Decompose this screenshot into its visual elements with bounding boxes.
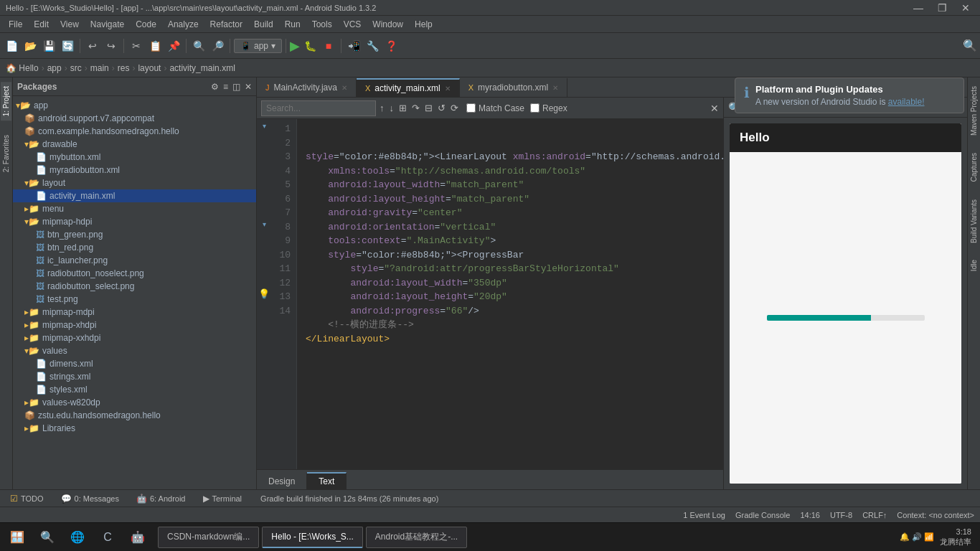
breadcrumb-item-res[interactable]: res <box>118 63 130 73</box>
terminal-button[interactable]: ▶ Terminal <box>199 492 247 505</box>
tree-item-zstu-edu-handsomedragon-hello[interactable]: 📦zstu.edu.handsomedragon.hello <box>13 409 256 422</box>
find-close-icon[interactable]: ✕ <box>710 103 719 114</box>
right-tab-maven[interactable]: Maven Projects <box>969 82 979 140</box>
find-wrap-button[interactable]: ↷ <box>410 101 421 115</box>
taskbar-csdn-icon[interactable]: C <box>93 523 122 552</box>
menu-item-vcs[interactable]: VCS <box>338 18 367 31</box>
tree-item-Libraries[interactable]: ▸📁Libraries <box>13 422 256 435</box>
code-content[interactable]: style="color:#e8b84b;"><LinearLayout xml… <box>297 119 723 469</box>
taskbar-search-icon[interactable]: 🔍 <box>33 523 62 552</box>
tree-item-menu[interactable]: ▸📁menu <box>13 202 256 215</box>
taskbar-edge-icon[interactable]: 🌐 <box>63 523 92 552</box>
taskbar-app-hello[interactable]: Hello - [E:\Works_S... <box>262 527 362 548</box>
side-tab-favorites[interactable]: 2: Favorites <box>1 131 11 176</box>
avd-button[interactable]: 📲 <box>345 37 362 55</box>
tree-item-drawable[interactable]: ▾📂drawable <box>13 138 256 151</box>
tab-activity-main[interactable]: X activity_main.xml ✕ <box>357 78 460 97</box>
breadcrumb-item-main[interactable]: main <box>90 63 109 73</box>
android-button[interactable]: 🤖 6: Android <box>132 492 190 505</box>
taskbar-app-csdn[interactable]: CSDN-markdown编... <box>158 527 259 548</box>
match-case-checkbox[interactable] <box>466 103 476 113</box>
side-tab-project[interactable]: 1: Project <box>1 82 11 121</box>
text-tab[interactable]: Text <box>307 472 347 489</box>
new-button[interactable]: 📄 <box>3 37 20 55</box>
find-contract-button[interactable]: ⊟ <box>423 101 434 115</box>
tab-activity-main-close[interactable]: ✕ <box>445 85 451 93</box>
tree-item-styles-xml[interactable]: 📄styles.xml <box>13 383 256 396</box>
tree-item-values[interactable]: ▾📂values <box>13 344 256 357</box>
messages-button[interactable]: 💬 0: Messages <box>57 492 123 505</box>
debug-button[interactable]: 🐛 <box>301 37 319 55</box>
tree-item-dimens-xml[interactable]: 📄dimens.xml <box>13 357 256 370</box>
menu-item-code[interactable]: Code <box>130 18 162 31</box>
menu-item-build[interactable]: Build <box>248 18 279 31</box>
tab-mainactivity-close[interactable]: ✕ <box>341 84 347 92</box>
tree-item-test-png[interactable]: 🖼test.png <box>13 293 256 306</box>
tree-item-activity-main-xml[interactable]: 📄activity_main.xml <box>13 189 256 202</box>
panel-expand-icon[interactable]: ◫ <box>232 82 240 92</box>
minimize-button[interactable]: — <box>909 2 928 14</box>
menu-item-view[interactable]: View <box>55 18 85 31</box>
panel-sync-icon[interactable]: ⚙ <box>211 82 219 92</box>
help-button[interactable]: ❓ <box>382 37 400 55</box>
open-button[interactable]: 📂 <box>22 37 39 55</box>
status-encoding[interactable]: UTF-8 <box>830 511 852 519</box>
breadcrumb-item-file[interactable]: activity_main.xml <box>169 63 235 73</box>
tree-item-strings-xml[interactable]: 📄strings.xml <box>13 370 256 383</box>
tree-item-mipmap-xhdpi[interactable]: ▸📁mipmap-xhdpi <box>13 319 256 331</box>
status-line-sep[interactable]: CRLF↑ <box>862 511 887 519</box>
panel-gear-icon[interactable]: ≡ <box>223 82 228 92</box>
menu-item-navigate[interactable]: Navigate <box>85 18 130 31</box>
find-next-button[interactable]: ↓ <box>388 101 396 115</box>
taskbar-start-icon[interactable]: 🪟 <box>3 523 32 552</box>
app-selector[interactable]: 📱 app ▾ <box>234 39 282 53</box>
tree-item-layout[interactable]: ▾📂layout <box>13 176 256 189</box>
tree-item-myradiobutton-xml[interactable]: 📄myradiobutton.xml <box>13 164 256 176</box>
find-expand-button[interactable]: ⊞ <box>397 101 408 115</box>
right-tab-idle[interactable]: Idle <box>969 255 979 276</box>
taskbar-android-icon[interactable]: 🤖 <box>123 523 152 552</box>
design-tab[interactable]: Design <box>257 474 307 489</box>
tree-item-radiobutton-select-png[interactable]: 🖼radiobutton_select.png <box>13 280 256 293</box>
taskbar-app-android[interactable]: Android基础教程之-... <box>366 527 467 548</box>
tab-myradiobutton-close[interactable]: ✕ <box>552 84 558 92</box>
run-button[interactable]: ▶ <box>290 38 300 54</box>
find-prev-button[interactable]: ↑ <box>378 101 386 115</box>
tree-item-btn-red-png[interactable]: 🖼btn_red.png <box>13 241 256 254</box>
tree-item-mipmap-xxhdpi[interactable]: ▸📁mipmap-xxhdpi <box>13 331 256 344</box>
breadcrumb-item-src[interactable]: src <box>70 63 82 73</box>
menu-item-edit[interactable]: Edit <box>28 18 55 31</box>
menu-item-tools[interactable]: Tools <box>306 18 338 31</box>
stop-button[interactable]: ■ <box>320 37 337 55</box>
breadcrumb-item-layout[interactable]: layout <box>138 63 161 73</box>
sync-button[interactable]: 🔄 <box>59 37 76 55</box>
find-filter-button[interactable]: ↺ <box>436 101 447 115</box>
menu-item-run[interactable]: Run <box>279 18 306 31</box>
find-refresh-button[interactable]: ⟳ <box>449 101 460 115</box>
tree-item-mipmap-mdpi[interactable]: ▸📁mipmap-mdpi <box>13 306 256 319</box>
breadcrumb-item-hello[interactable]: 🏠 Hello <box>6 63 39 73</box>
find-input[interactable] <box>261 100 376 116</box>
right-tab-captures[interactable]: Captures <box>969 149 979 187</box>
sdk-button[interactable]: 🔧 <box>364 37 381 55</box>
tree-item-android-support-v7-appcompat[interactable]: 📦android.support.v7.appcompat <box>13 112 256 125</box>
regex-checkbox[interactable] <box>530 103 540 113</box>
event-log-button[interactable]: 1 Event Log <box>683 511 725 519</box>
regex-option[interactable]: Regex <box>530 103 567 113</box>
right-tab-build-variants[interactable]: Build Variants <box>969 195 979 248</box>
tree-item-radiobutton-noselect-png[interactable]: 🖼radiobutton_noselect.png <box>13 267 256 280</box>
global-search-icon[interactable]: 🔍 <box>963 39 977 52</box>
copy-button[interactable]: 📋 <box>146 37 164 55</box>
paste-button[interactable]: 📌 <box>165 37 182 55</box>
cut-button[interactable]: ✂ <box>128 37 145 55</box>
menu-item-window[interactable]: Window <box>367 18 409 31</box>
menu-item-refactor[interactable]: Refactor <box>204 18 248 31</box>
todo-button[interactable]: ☑ TODO <box>6 492 48 505</box>
tree-item-mipmap-hdpi[interactable]: ▾📂mipmap-hdpi <box>13 215 256 228</box>
menu-item-help[interactable]: Help <box>409 18 438 31</box>
tree-item-ic-launcher-png[interactable]: 🖼ic_launcher.png <box>13 254 256 267</box>
tree-item-mybutton-xml[interactable]: 📄mybutton.xml <box>13 151 256 164</box>
tab-mainactivity[interactable]: J MainActivity.java ✕ <box>257 78 357 97</box>
tree-item-values-w820dp[interactable]: ▸📁values-w820dp <box>13 396 256 409</box>
menu-item-analyze[interactable]: Analyze <box>162 18 204 31</box>
